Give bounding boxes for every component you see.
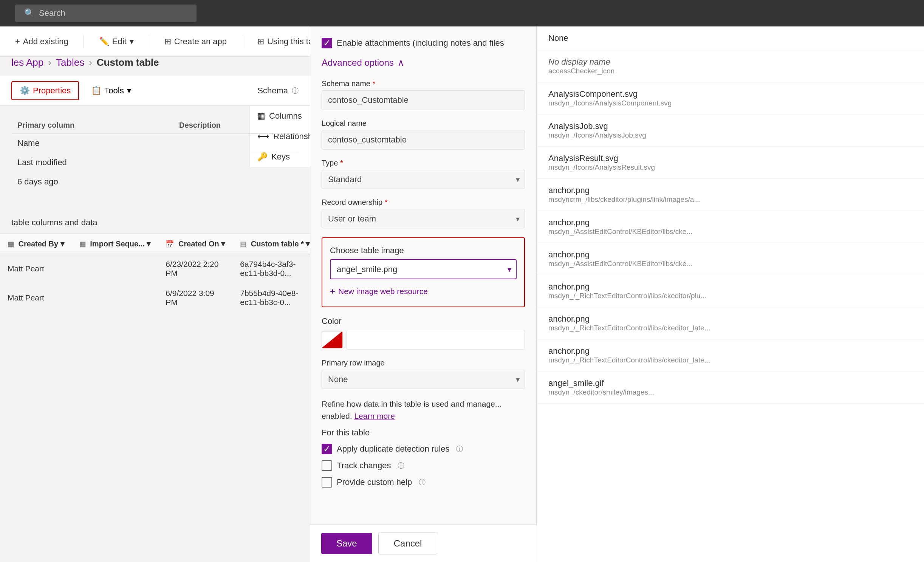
dropdown-item-none[interactable]: None	[537, 26, 924, 50]
data-section: table columns and data ▦ Created By ▾ ▦ …	[0, 212, 310, 313]
choose-image-section: Choose table image angel_smile.png ▾ + N…	[322, 237, 525, 307]
dropdown-item-anchor-3[interactable]: anchor.png msdyn_/AssistEditControl/KBEd…	[537, 243, 924, 275]
custom-help-label: Provide custom help	[337, 477, 412, 487]
table-row: Last modified	[11, 153, 299, 172]
track-changes-row: Track changes ⓘ	[322, 460, 525, 471]
dropdown-item-analysis-component[interactable]: AnalysisComponent.svg msdyn_/Icons/Analy…	[537, 82, 924, 115]
color-label: Color	[322, 316, 525, 326]
custom-help-checkbox[interactable]	[322, 477, 332, 488]
table-row: Name	[11, 134, 299, 153]
col-created-by[interactable]: ▦ Created By ▾	[0, 234, 72, 254]
primary-row-image-wrapper: None ▾	[322, 370, 525, 389]
divider	[84, 35, 84, 48]
refine-text: Refine how data in this table is used an…	[322, 398, 525, 422]
created-on-2: 6/9/2022 3:09 PM	[158, 283, 232, 313]
properties-table: Primary column Description Name Last mod…	[11, 117, 299, 192]
schema-name-input[interactable]	[322, 90, 525, 110]
search-box[interactable]: 🔍 Search	[15, 5, 197, 22]
edit-button[interactable]: ✏️ Edit ▾	[95, 34, 138, 49]
track-changes-info-icon[interactable]: ⓘ	[398, 461, 404, 470]
schema-info-icon: ⓘ	[292, 86, 299, 95]
duplicate-info-icon[interactable]: ⓘ	[456, 444, 463, 454]
tools-icon: 📋	[91, 86, 101, 96]
dropdown-panel: None No display name accessChecker_icon …	[537, 26, 924, 562]
choose-image-label: Choose table image	[330, 246, 517, 255]
add-existing-button[interactable]: + Add existing	[11, 34, 72, 49]
required-star: *	[373, 79, 376, 88]
props-panel: ✓ Enable attachments (including notes an…	[310, 26, 537, 562]
type-select[interactable]: Standard	[322, 170, 525, 189]
col-import-seq[interactable]: ▦ Import Seque... ▾	[72, 234, 158, 254]
search-placeholder: Search	[39, 8, 65, 18]
record-ownership-select[interactable]: User or team	[322, 209, 525, 228]
add-icon: +	[15, 37, 20, 46]
custom-table-2: 7b55b4d9-40e8-ec11-bb3c-0...	[232, 283, 317, 313]
dropdown-item-analysis-job[interactable]: AnalysisJob.svg msdyn_/Icons/AnalysisJob…	[537, 115, 924, 147]
apply-duplicate-label: Apply duplicate detection rules	[337, 444, 449, 454]
table-row: Matt Peart 6/9/2022 3:09 PM 7b55b4d9-40e…	[0, 283, 317, 313]
new-image-resource-button[interactable]: + New image web resource	[330, 284, 517, 299]
divider3	[242, 35, 242, 48]
table-row: Matt Peart 6/23/2022 2:20 PM 6a794b4c-3a…	[0, 254, 317, 283]
track-changes-checkbox[interactable]	[322, 460, 332, 471]
edit-chevron: ▾	[130, 37, 134, 46]
tab-tools[interactable]: 📋 Tools ▾	[83, 81, 139, 100]
last-modified-label: Last modified	[11, 153, 173, 172]
primary-row-image-group: Primary row image None ▾	[322, 359, 525, 389]
color-section: Color	[322, 316, 525, 350]
enable-attachments-row: ✓ Enable attachments (including notes an…	[322, 38, 525, 48]
create-app-button[interactable]: ⊞ Create an app	[161, 34, 231, 49]
breadcrumb-sep1: ›	[48, 57, 51, 68]
table-icon: ⊞	[257, 37, 264, 46]
enable-attachments-checkbox[interactable]: ✓	[322, 38, 332, 48]
tab-bar: ⚙️ Properties 📋 Tools ▾ Schema ⓘ	[0, 76, 310, 106]
cancel-button[interactable]: Cancel	[378, 533, 438, 554]
created-by-1: Matt Peart	[0, 254, 72, 283]
dropdown-item-analysis-result[interactable]: AnalysisResult.svg msdyn_/Icons/Analysis…	[537, 147, 924, 179]
record-ownership-wrapper: User or team ▾	[322, 209, 525, 228]
divider2	[149, 35, 149, 48]
app-icon: ⊞	[164, 37, 171, 46]
color-input[interactable]	[347, 330, 525, 350]
dropdown-item-anchor-4[interactable]: anchor.png msdyn_/_RichTextEditorControl…	[537, 275, 924, 307]
col-custom-table[interactable]: ▤ Custom table * ▾	[232, 234, 317, 254]
modified-time: 6 days ago	[11, 172, 173, 192]
dropdown-item-anchor-5[interactable]: anchor.png msdyn_/_RichTextEditorControl…	[537, 307, 924, 339]
apply-duplicate-checkbox[interactable]: ✓	[322, 444, 332, 454]
advanced-options-toggle[interactable]: Advanced options ∧	[322, 57, 525, 68]
apply-duplicate-row: ✓ Apply duplicate detection rules ⓘ	[322, 444, 525, 454]
top-bar: 🔍 Search	[0, 0, 924, 26]
dropdown-item-anchor-6[interactable]: anchor.png msdyn_/_RichTextEditorControl…	[537, 339, 924, 372]
created-by-2: Matt Peart	[0, 283, 72, 313]
color-row	[322, 330, 525, 350]
color-swatch[interactable]	[322, 331, 343, 348]
image-select-wrapper: angel_smile.png ▾	[330, 259, 517, 279]
learn-more-link[interactable]: Learn more	[354, 412, 395, 420]
image-select[interactable]: angel_smile.png	[330, 259, 517, 279]
tab-properties[interactable]: ⚙️ Properties	[11, 81, 79, 100]
breadcrumb-app[interactable]: les App	[11, 57, 43, 68]
schema-name-group: Schema name *	[322, 79, 525, 110]
logical-name-input[interactable]	[322, 130, 525, 150]
primary-row-image-label: Primary row image	[322, 359, 525, 367]
record-ownership-label: Record ownership *	[322, 198, 525, 207]
col-created-on[interactable]: 📅 Created On ▾	[158, 234, 232, 254]
dropdown-item-anchor-1[interactable]: anchor.png msdyncrm_/libs/ckeditor/plugi…	[537, 179, 924, 211]
breadcrumb-sep2: ›	[89, 57, 92, 68]
save-button[interactable]: Save	[321, 533, 372, 554]
dropdown-item-anchor-2[interactable]: anchor.png msdyn_/AssistEditControl/KBEd…	[537, 211, 924, 243]
import-seq-2	[72, 283, 158, 313]
primary-row-image-select[interactable]: None	[322, 370, 525, 389]
dropdown-item-angel-smile-gif[interactable]: angel_smile.gif msdyn_/ckeditor/smiley/i…	[537, 372, 924, 404]
col-primary: Primary column	[11, 117, 173, 134]
data-table: ▦ Created By ▾ ▦ Import Seque... ▾ 📅 Cre…	[0, 234, 317, 313]
primary-col-value: Name	[11, 134, 173, 153]
col-description: Description	[173, 117, 299, 134]
breadcrumb-tables[interactable]: Tables	[56, 57, 84, 68]
type-group: Type * Standard ▾	[322, 159, 525, 189]
record-ownership-group: Record ownership * User or team ▾	[322, 198, 525, 228]
custom-help-info-icon[interactable]: ⓘ	[419, 478, 426, 487]
dropdown-item-no-display[interactable]: No display name accessChecker_icon	[537, 50, 924, 82]
type-label: Type *	[322, 159, 525, 167]
search-icon: 🔍	[24, 8, 34, 18]
